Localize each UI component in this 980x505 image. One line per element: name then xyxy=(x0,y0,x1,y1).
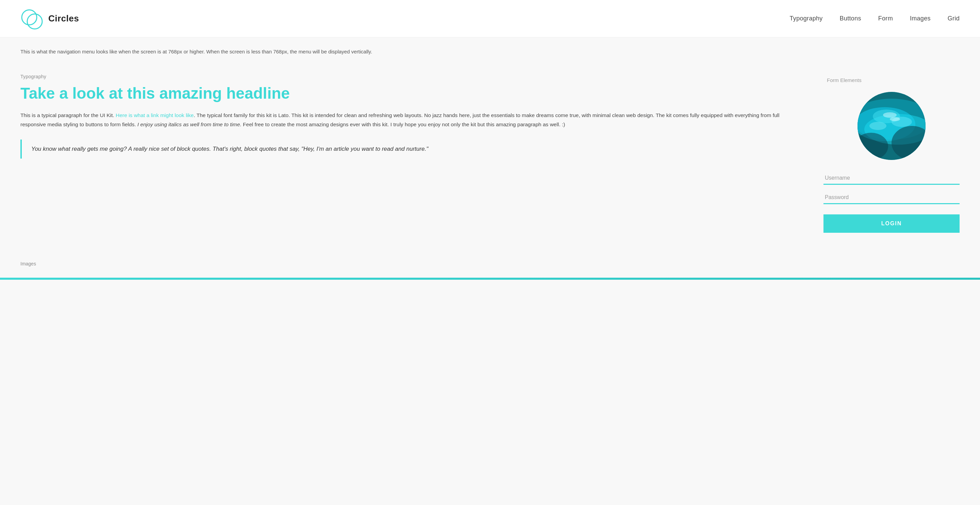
password-field-group xyxy=(824,191,959,204)
svg-point-9 xyxy=(869,122,886,130)
paragraph-end: Feel free to create the most amazing des… xyxy=(242,121,565,127)
paragraph-italic: I enjoy using italics as well from time … xyxy=(136,121,241,127)
logo-text: Circles xyxy=(48,11,79,26)
username-field-group xyxy=(824,172,959,185)
logo-icon xyxy=(21,7,43,30)
login-button[interactable]: LOGIN xyxy=(824,214,959,233)
blockquote-text: You know what really gets me going? A re… xyxy=(31,144,796,154)
site-header: Circles Typography Buttons Form Images G… xyxy=(0,0,980,37)
svg-point-13 xyxy=(890,117,900,121)
typography-section-label: Typography xyxy=(21,73,796,80)
bottom-accent-bar xyxy=(0,278,980,280)
svg-point-1 xyxy=(27,14,42,29)
main-paragraph: This is a typical paragraph for the UI K… xyxy=(21,111,796,129)
username-input[interactable] xyxy=(824,172,959,185)
images-label-text: Images xyxy=(21,261,36,266)
nav-images[interactable]: Images xyxy=(910,14,931,24)
nav-grid[interactable]: Grid xyxy=(948,14,959,24)
password-input[interactable] xyxy=(824,191,959,204)
paragraph-intro: This is a typical paragraph for the UI K… xyxy=(21,112,115,118)
svg-point-0 xyxy=(22,10,37,25)
nav-form[interactable]: Form xyxy=(878,14,893,24)
main-nav: Typography Buttons Form Images Grid xyxy=(790,14,959,24)
form-section-label: Form Elements xyxy=(827,76,862,84)
blockquote: You know what really gets me going? A re… xyxy=(21,140,796,159)
paragraph-link[interactable]: Here is what a link might look like xyxy=(116,112,194,118)
svg-point-12 xyxy=(883,112,897,118)
typography-section: Typography Take a look at this amazing h… xyxy=(21,73,796,233)
nav-buttons[interactable]: Buttons xyxy=(840,14,861,24)
logo-area: Circles xyxy=(21,7,79,30)
nav-typography[interactable]: Typography xyxy=(790,14,823,24)
form-section: Form Elements xyxy=(824,73,959,233)
images-section-label: Images xyxy=(0,253,980,271)
main-content: Typography Take a look at this amazing h… xyxy=(0,66,980,253)
info-bar: This is what the navigation menu looks l… xyxy=(0,37,980,66)
main-headline: Take a look at this amazing headline xyxy=(21,84,796,102)
avatar xyxy=(858,92,926,160)
info-text: This is what the navigation menu looks l… xyxy=(21,48,959,56)
